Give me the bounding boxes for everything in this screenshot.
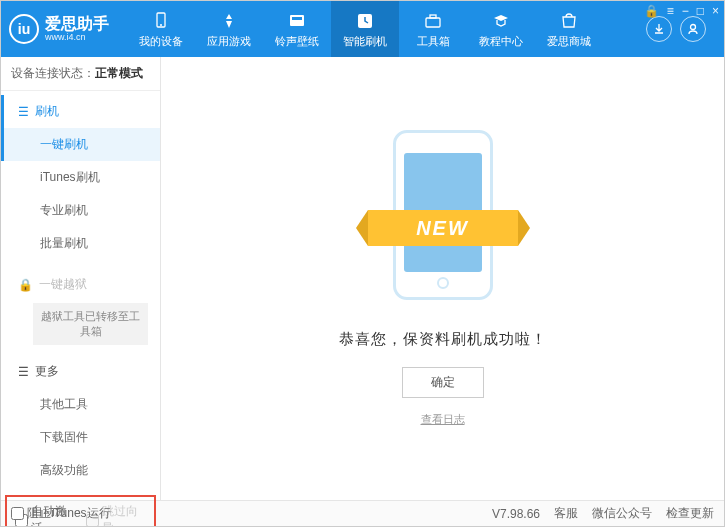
sidebar: 设备连接状态：正常模式 ☰ 刷机 一键刷机 iTunes刷机 专业刷机 批量刷机… xyxy=(1,57,161,500)
new-ribbon: NEW xyxy=(368,210,518,246)
more-section-icon: ☰ xyxy=(18,365,29,379)
sidebar-more-header[interactable]: ☰ 更多 xyxy=(1,355,160,388)
logo-area: iu 爱思助手 www.i4.cn xyxy=(9,14,109,44)
block-itunes-checkbox[interactable]: 阻止iTunes运行 xyxy=(11,505,111,522)
user-button[interactable] xyxy=(680,16,706,42)
wallpaper-icon xyxy=(286,10,308,32)
device-status: 设备连接状态：正常模式 xyxy=(1,57,160,91)
logo-icon: iu xyxy=(9,14,39,44)
sidebar-advanced[interactable]: 高级功能 xyxy=(1,454,160,487)
svg-rect-2 xyxy=(290,15,304,26)
store-icon xyxy=(558,10,580,32)
sidebar-flash-header[interactable]: ☰ 刷机 xyxy=(1,95,160,128)
flash-section-icon: ☰ xyxy=(18,105,29,119)
flash-icon xyxy=(354,10,376,32)
nav-store[interactable]: 爱思商城 xyxy=(535,1,603,57)
nav-apps-games[interactable]: 应用游戏 xyxy=(195,1,263,57)
svg-rect-3 xyxy=(292,17,302,20)
window-controls: 🔒 ≡ − □ × xyxy=(644,4,719,18)
ok-button[interactable]: 确定 xyxy=(402,367,484,398)
main-content: NEW 恭喜您，保资料刷机成功啦！ 确定 查看日志 xyxy=(161,57,724,500)
sidebar-jailbreak-note: 越狱工具已转移至工具箱 xyxy=(33,303,148,345)
sidebar-download-firmware[interactable]: 下载固件 xyxy=(1,421,160,454)
footer-support[interactable]: 客服 xyxy=(554,505,578,522)
nav-smart-flash[interactable]: 智能刷机 xyxy=(331,1,399,57)
footer-wechat[interactable]: 微信公众号 xyxy=(592,505,652,522)
footer-update[interactable]: 检查更新 xyxy=(666,505,714,522)
download-button[interactable] xyxy=(646,16,672,42)
sidebar-pro-flash[interactable]: 专业刷机 xyxy=(1,194,160,227)
minimize-icon[interactable]: − xyxy=(682,4,689,18)
sidebar-itunes-flash[interactable]: iTunes刷机 xyxy=(1,161,160,194)
menu-icon[interactable]: ≡ xyxy=(667,4,674,18)
toolbox-icon xyxy=(422,10,444,32)
app-header: iu 爱思助手 www.i4.cn 我的设备 应用游戏 铃声壁纸 智能刷机 工具… xyxy=(1,1,724,57)
close-icon[interactable]: × xyxy=(712,4,719,18)
svg-point-1 xyxy=(160,24,162,26)
sidebar-batch-flash[interactable]: 批量刷机 xyxy=(1,227,160,260)
sidebar-oneclick-flash[interactable]: 一键刷机 xyxy=(1,128,160,161)
sidebar-jailbreak-header: 🔒 一键越狱 xyxy=(1,268,160,301)
app-url: www.i4.cn xyxy=(45,33,109,43)
version-label: V7.98.66 xyxy=(492,507,540,521)
sidebar-other-tools[interactable]: 其他工具 xyxy=(1,388,160,421)
nav-ringtone-wallpaper[interactable]: 铃声壁纸 xyxy=(263,1,331,57)
nav-toolbox[interactable]: 工具箱 xyxy=(399,1,467,57)
phone-illustration: NEW xyxy=(378,130,508,310)
view-log-link[interactable]: 查看日志 xyxy=(421,412,465,427)
success-message: 恭喜您，保资料刷机成功啦！ xyxy=(339,330,547,349)
nav-my-device[interactable]: 我的设备 xyxy=(127,1,195,57)
svg-rect-6 xyxy=(430,15,436,18)
app-title: 爱思助手 xyxy=(45,15,109,33)
apps-icon xyxy=(218,10,240,32)
svg-rect-5 xyxy=(426,18,440,27)
maximize-icon[interactable]: □ xyxy=(697,4,704,18)
lock-icon[interactable]: 🔒 xyxy=(644,4,659,18)
lock-icon: 🔒 xyxy=(18,278,33,292)
tutorial-icon xyxy=(490,10,512,32)
device-icon xyxy=(150,10,172,32)
main-nav: 我的设备 应用游戏 铃声壁纸 智能刷机 工具箱 教程中心 爱思商城 xyxy=(127,1,646,57)
nav-tutorial[interactable]: 教程中心 xyxy=(467,1,535,57)
svg-point-7 xyxy=(691,25,696,30)
